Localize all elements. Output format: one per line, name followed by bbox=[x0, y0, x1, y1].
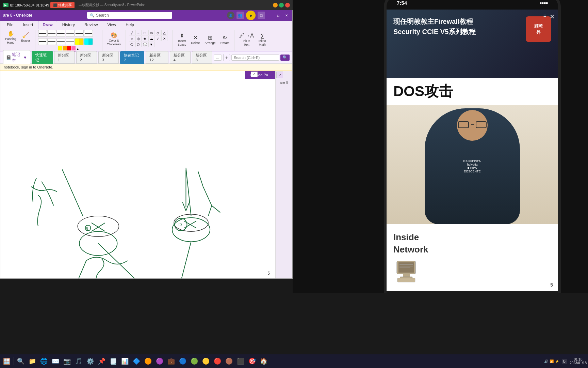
section-tab-12[interactable]: 新分区 12 bbox=[146, 51, 168, 64]
screen-minimize[interactable]: — bbox=[273, 3, 278, 7]
tab-file[interactable]: File bbox=[2, 21, 18, 29]
taskbar-app7[interactable]: 🎯 bbox=[247, 356, 258, 367]
taskbar-word[interactable]: 🔷 bbox=[131, 356, 142, 367]
taskbar-browser[interactable]: 🌐 bbox=[38, 356, 49, 367]
color-orange[interactable] bbox=[63, 46, 67, 50]
ink-to-math-button[interactable]: ∑ Ink toMath bbox=[257, 30, 268, 50]
color-yellow[interactable] bbox=[58, 46, 62, 50]
page-title[interactable]: are 8 bbox=[276, 79, 292, 86]
shape-triangle[interactable]: △ bbox=[161, 30, 167, 35]
notebook-label[interactable]: 📓 笔记本 ▼ bbox=[3, 50, 30, 65]
shape-callout[interactable]: 💬 bbox=[142, 42, 148, 47]
taskbar-app5[interactable]: 🟤 bbox=[224, 356, 234, 367]
language-indicator[interactable]: B bbox=[562, 359, 567, 364]
section-tab-8[interactable]: 新分区 8 bbox=[192, 51, 213, 64]
section-search-btn[interactable]: 🔍 bbox=[280, 55, 290, 61]
shape-ellipse[interactable]: ◎ bbox=[135, 36, 142, 41]
color-red[interactable] bbox=[67, 46, 71, 50]
minimize-button[interactable]: — bbox=[267, 12, 273, 18]
pen-tool-4[interactable] bbox=[66, 30, 75, 37]
taskbar-settings[interactable]: ⚙️ bbox=[85, 356, 96, 367]
tab-draw[interactable]: Draw bbox=[38, 21, 57, 29]
taskbar-pp[interactable]: 🟠 bbox=[143, 356, 153, 367]
section-search-input[interactable] bbox=[231, 55, 279, 61]
tab-history[interactable]: History bbox=[58, 21, 79, 29]
shape-circle[interactable]: ○ bbox=[129, 36, 135, 41]
taskbar-app4[interactable]: 🔴 bbox=[212, 356, 223, 367]
taskbar-search[interactable]: 🔍 bbox=[15, 356, 26, 367]
taskbar-notes[interactable]: 🗒️ bbox=[108, 356, 119, 367]
ink-to-text-button[interactable]: 🖊→A Ink toText bbox=[237, 30, 256, 50]
taskbar-teams[interactable]: 💼 bbox=[166, 356, 177, 367]
shape-hex[interactable]: ⬡ bbox=[135, 42, 142, 47]
pen-tool-yellow[interactable] bbox=[75, 38, 84, 45]
tab-help[interactable]: Help bbox=[121, 21, 138, 29]
pen-tool-9[interactable] bbox=[56, 38, 65, 45]
screen-maximize[interactable]: □ bbox=[279, 3, 284, 7]
shape-star[interactable]: ★ bbox=[142, 36, 148, 41]
shape-rect[interactable]: □ bbox=[142, 30, 148, 35]
section-tab-2[interactable]: 新分区 2 bbox=[76, 51, 97, 64]
delete-button[interactable]: ✕ Delete bbox=[189, 30, 202, 50]
panning-hand-button[interactable]: ✋ PanningHand bbox=[3, 30, 18, 46]
shape-cloud[interactable]: ☁ bbox=[148, 36, 154, 41]
maximize-button[interactable]: □ bbox=[275, 12, 281, 18]
pen-tool-8[interactable] bbox=[47, 38, 56, 45]
rotate-button[interactable]: ↻ Rotate bbox=[218, 30, 232, 50]
pen-scroll-up[interactable]: ▲ bbox=[77, 47, 79, 50]
color-thickness-button[interactable]: 🎨 Color &Thickness bbox=[105, 30, 123, 49]
pen-tool-cyan[interactable] bbox=[84, 38, 93, 45]
pen-tool-3[interactable] bbox=[56, 30, 65, 37]
page-expand-button[interactable]: ⤢ bbox=[276, 72, 283, 78]
section-tab-4[interactable]: 新分区 4 bbox=[170, 51, 191, 64]
pen-tool-1[interactable] bbox=[38, 30, 47, 37]
start-button[interactable]: 🪟 bbox=[1, 356, 12, 367]
section-tab-quicknotes2[interactable]: 快速笔记 2 bbox=[120, 51, 144, 64]
eraser-button[interactable]: 🧹 Eraser bbox=[19, 32, 32, 44]
expand-canvas-button[interactable]: ⤢ bbox=[251, 72, 258, 77]
more-tabs-button[interactable]: ... bbox=[214, 55, 222, 61]
fullscreen-button[interactable]: □ bbox=[258, 12, 265, 19]
add-page-button[interactable]: + + Add Pa... bbox=[245, 71, 275, 79]
tab-insert[interactable]: Insert bbox=[18, 21, 37, 29]
section-tab-1[interactable]: 新分区 1 bbox=[54, 51, 75, 64]
taskbar-mail[interactable]: ✉️ bbox=[50, 356, 61, 367]
tab-view[interactable]: View bbox=[103, 21, 120, 29]
taskbar-onenote[interactable]: 🟣 bbox=[154, 356, 165, 367]
taskbar-app6[interactable]: ⬛ bbox=[235, 356, 246, 367]
taskbar-camera[interactable]: 📷 bbox=[62, 356, 72, 367]
taskbar-app3[interactable]: 🟡 bbox=[200, 356, 211, 367]
pen-tool-2[interactable] bbox=[47, 30, 56, 37]
shape-line[interactable]: ╱ bbox=[129, 30, 135, 35]
thumbnail-close[interactable]: ✕ bbox=[550, 13, 555, 20]
taskbar-media[interactable]: 🎵 bbox=[73, 356, 84, 367]
add-section-button[interactable]: + bbox=[223, 54, 230, 61]
onenote-search-box[interactable]: 🔍 bbox=[87, 12, 172, 19]
insert-space-button[interactable]: ⇕ InsertSpace bbox=[176, 30, 189, 50]
section-tab-quicknotes[interactable]: 快速笔记 bbox=[32, 51, 53, 64]
section-tab-3[interactable]: 新分区 3 bbox=[98, 51, 119, 64]
shape-more[interactable]: ▼ bbox=[148, 42, 154, 47]
screen-close[interactable]: ✕ bbox=[285, 3, 290, 7]
tab-review[interactable]: Review bbox=[80, 21, 102, 29]
taskbar-excel[interactable]: 📊 bbox=[119, 356, 130, 367]
color-pink[interactable] bbox=[71, 46, 76, 50]
taskbar-app8[interactable]: 🏠 bbox=[258, 356, 269, 367]
pen-tool-10[interactable] bbox=[66, 38, 75, 45]
yellow-circle-button[interactable]: ● bbox=[246, 11, 256, 20]
pen-tool-7[interactable] bbox=[38, 38, 47, 45]
search-input[interactable] bbox=[96, 13, 164, 18]
stop-sharing-button[interactable]: ⬛ 停止共享 bbox=[50, 2, 75, 8]
arrange-button[interactable]: ⊞ Arrange bbox=[203, 30, 218, 50]
pen-tool-6[interactable] bbox=[84, 30, 93, 37]
share-button[interactable]: 👥 bbox=[236, 12, 244, 19]
shape-rounded-rect[interactable]: ▭ bbox=[148, 30, 154, 35]
shape-pentagon[interactable]: ⬠ bbox=[129, 42, 135, 47]
pen-tool-5[interactable] bbox=[75, 30, 84, 37]
shape-arrow[interactable]: → bbox=[135, 30, 142, 35]
close-button[interactable]: ✕ bbox=[283, 12, 290, 18]
taskbar-app1[interactable]: 🔵 bbox=[177, 356, 188, 367]
canvas-area[interactable]: ⤢ g bbox=[0, 71, 275, 278]
shape-cross[interactable]: ✕ bbox=[161, 36, 167, 41]
taskbar-app2[interactable]: 🟢 bbox=[189, 356, 200, 367]
